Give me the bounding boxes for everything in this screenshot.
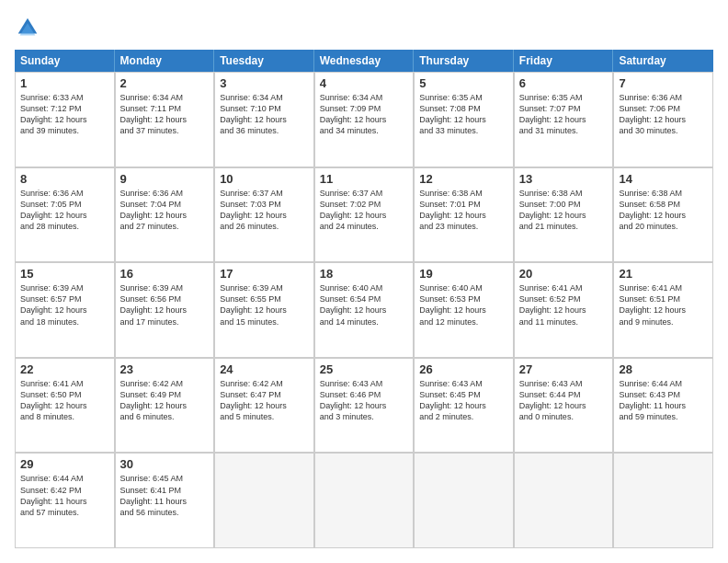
- day-info: Sunrise: 6:33 AM Sunset: 7:12 PM Dayligh…: [20, 92, 109, 137]
- day-cell-2: 2Sunrise: 6:34 AM Sunset: 7:11 PM Daylig…: [115, 72, 215, 167]
- day-info: Sunrise: 6:39 AM Sunset: 6:56 PM Dayligh…: [120, 282, 210, 327]
- day-number: 7: [619, 76, 708, 90]
- header-day-tuesday: Tuesday: [214, 50, 314, 72]
- day-number: 10: [220, 172, 309, 186]
- day-cell-25: 25Sunrise: 6:43 AM Sunset: 6:46 PM Dayli…: [314, 358, 415, 454]
- day-info: Sunrise: 6:43 AM Sunset: 6:44 PM Dayligh…: [519, 378, 609, 423]
- day-cell-13: 13Sunrise: 6:38 AM Sunset: 7:00 PM Dayli…: [514, 167, 614, 263]
- day-cell-7: 7Sunrise: 6:36 AM Sunset: 7:06 PM Daylig…: [613, 72, 713, 167]
- empty-cell: [314, 453, 415, 548]
- header-day-wednesday: Wednesday: [314, 50, 415, 72]
- day-cell-24: 24Sunrise: 6:42 AM Sunset: 6:47 PM Dayli…: [214, 358, 314, 454]
- day-cell-19: 19Sunrise: 6:40 AM Sunset: 6:53 PM Dayli…: [414, 262, 514, 358]
- day-number: 8: [20, 172, 109, 186]
- empty-cell: [514, 453, 614, 548]
- day-cell-15: 15Sunrise: 6:39 AM Sunset: 6:57 PM Dayli…: [15, 262, 115, 358]
- day-number: 20: [519, 267, 609, 281]
- page-header: [15, 15, 713, 40]
- day-number: 27: [519, 362, 609, 376]
- day-info: Sunrise: 6:35 AM Sunset: 7:07 PM Dayligh…: [519, 92, 609, 137]
- day-cell-3: 3Sunrise: 6:34 AM Sunset: 7:10 PM Daylig…: [214, 72, 314, 167]
- day-number: 2: [120, 76, 210, 90]
- day-number: 17: [220, 267, 309, 281]
- day-cell-22: 22Sunrise: 6:41 AM Sunset: 6:50 PM Dayli…: [15, 358, 115, 454]
- day-cell-10: 10Sunrise: 6:37 AM Sunset: 7:03 PM Dayli…: [214, 167, 314, 263]
- day-cell-12: 12Sunrise: 6:38 AM Sunset: 7:01 PM Dayli…: [414, 167, 514, 263]
- day-number: 30: [120, 457, 210, 471]
- day-cell-6: 6Sunrise: 6:35 AM Sunset: 7:07 PM Daylig…: [514, 72, 614, 167]
- day-number: 22: [20, 362, 109, 376]
- day-number: 16: [120, 267, 210, 281]
- day-number: 23: [120, 362, 210, 376]
- day-number: 25: [320, 362, 409, 376]
- day-info: Sunrise: 6:36 AM Sunset: 7:04 PM Dayligh…: [120, 188, 210, 233]
- day-number: 19: [419, 267, 508, 281]
- day-number: 26: [419, 362, 508, 376]
- day-info: Sunrise: 6:44 AM Sunset: 6:43 PM Dayligh…: [619, 378, 708, 423]
- day-number: 14: [619, 172, 708, 186]
- day-cell-21: 21Sunrise: 6:41 AM Sunset: 6:51 PM Dayli…: [613, 262, 713, 358]
- header-day-sunday: Sunday: [15, 50, 115, 72]
- day-number: 11: [320, 172, 409, 186]
- day-cell-16: 16Sunrise: 6:39 AM Sunset: 6:56 PM Dayli…: [115, 262, 215, 358]
- day-number: 29: [20, 457, 109, 471]
- day-number: 6: [519, 76, 609, 90]
- day-info: Sunrise: 6:45 AM Sunset: 6:41 PM Dayligh…: [120, 473, 210, 518]
- day-number: 3: [220, 76, 309, 90]
- empty-cell: [613, 453, 713, 548]
- header-day-saturday: Saturday: [613, 50, 713, 72]
- day-info: Sunrise: 6:37 AM Sunset: 7:03 PM Dayligh…: [220, 188, 309, 233]
- day-cell-20: 20Sunrise: 6:41 AM Sunset: 6:52 PM Dayli…: [514, 262, 614, 358]
- day-number: 15: [20, 267, 109, 281]
- day-info: Sunrise: 6:38 AM Sunset: 6:58 PM Dayligh…: [619, 188, 708, 233]
- day-info: Sunrise: 6:43 AM Sunset: 6:46 PM Dayligh…: [320, 378, 409, 423]
- day-number: 13: [519, 172, 609, 186]
- day-info: Sunrise: 6:40 AM Sunset: 6:54 PM Dayligh…: [320, 282, 409, 327]
- calendar: SundayMondayTuesdayWednesdayThursdayFrid…: [15, 50, 713, 548]
- day-cell-14: 14Sunrise: 6:38 AM Sunset: 6:58 PM Dayli…: [613, 167, 713, 263]
- day-cell-4: 4Sunrise: 6:34 AM Sunset: 7:09 PM Daylig…: [314, 72, 415, 167]
- day-info: Sunrise: 6:34 AM Sunset: 7:10 PM Dayligh…: [220, 92, 309, 137]
- day-number: 1: [20, 76, 109, 90]
- day-cell-9: 9Sunrise: 6:36 AM Sunset: 7:04 PM Daylig…: [115, 167, 215, 263]
- day-number: 21: [619, 267, 708, 281]
- day-number: 24: [220, 362, 309, 376]
- day-cell-23: 23Sunrise: 6:42 AM Sunset: 6:49 PM Dayli…: [115, 358, 215, 454]
- day-info: Sunrise: 6:39 AM Sunset: 6:55 PM Dayligh…: [220, 282, 309, 327]
- header-day-friday: Friday: [514, 50, 614, 72]
- day-info: Sunrise: 6:34 AM Sunset: 7:09 PM Dayligh…: [320, 92, 409, 137]
- day-info: Sunrise: 6:42 AM Sunset: 6:49 PM Dayligh…: [120, 378, 210, 423]
- day-info: Sunrise: 6:38 AM Sunset: 7:01 PM Dayligh…: [419, 188, 508, 233]
- day-number: 9: [120, 172, 210, 186]
- day-info: Sunrise: 6:37 AM Sunset: 7:02 PM Dayligh…: [320, 188, 409, 233]
- day-info: Sunrise: 6:42 AM Sunset: 6:47 PM Dayligh…: [220, 378, 309, 423]
- logo: [15, 15, 44, 40]
- day-info: Sunrise: 6:41 AM Sunset: 6:50 PM Dayligh…: [20, 378, 109, 423]
- day-info: Sunrise: 6:36 AM Sunset: 7:05 PM Dayligh…: [20, 188, 109, 233]
- day-cell-30: 30Sunrise: 6:45 AM Sunset: 6:41 PM Dayli…: [115, 453, 215, 548]
- header-day-monday: Monday: [115, 50, 215, 72]
- calendar-header: SundayMondayTuesdayWednesdayThursdayFrid…: [15, 50, 713, 72]
- day-cell-27: 27Sunrise: 6:43 AM Sunset: 6:44 PM Dayli…: [514, 358, 614, 454]
- day-cell-29: 29Sunrise: 6:44 AM Sunset: 6:42 PM Dayli…: [15, 453, 115, 548]
- day-info: Sunrise: 6:40 AM Sunset: 6:53 PM Dayligh…: [419, 282, 508, 327]
- day-number: 4: [320, 76, 409, 90]
- day-info: Sunrise: 6:38 AM Sunset: 7:00 PM Dayligh…: [519, 188, 609, 233]
- day-number: 18: [320, 267, 409, 281]
- day-number: 28: [619, 362, 708, 376]
- day-number: 12: [419, 172, 508, 186]
- empty-cell: [414, 453, 514, 548]
- day-cell-11: 11Sunrise: 6:37 AM Sunset: 7:02 PM Dayli…: [314, 167, 415, 263]
- calendar-body: 1Sunrise: 6:33 AM Sunset: 7:12 PM Daylig…: [15, 72, 713, 548]
- day-cell-17: 17Sunrise: 6:39 AM Sunset: 6:55 PM Dayli…: [214, 262, 314, 358]
- day-cell-28: 28Sunrise: 6:44 AM Sunset: 6:43 PM Dayli…: [613, 358, 713, 454]
- day-cell-26: 26Sunrise: 6:43 AM Sunset: 6:45 PM Dayli…: [414, 358, 514, 454]
- day-info: Sunrise: 6:41 AM Sunset: 6:51 PM Dayligh…: [619, 282, 708, 327]
- day-info: Sunrise: 6:44 AM Sunset: 6:42 PM Dayligh…: [20, 473, 109, 518]
- day-number: 5: [419, 76, 508, 90]
- day-info: Sunrise: 6:43 AM Sunset: 6:45 PM Dayligh…: [419, 378, 508, 423]
- day-cell-8: 8Sunrise: 6:36 AM Sunset: 7:05 PM Daylig…: [15, 167, 115, 263]
- header-day-thursday: Thursday: [414, 50, 514, 72]
- day-info: Sunrise: 6:34 AM Sunset: 7:11 PM Dayligh…: [120, 92, 210, 137]
- day-info: Sunrise: 6:36 AM Sunset: 7:06 PM Dayligh…: [619, 92, 708, 137]
